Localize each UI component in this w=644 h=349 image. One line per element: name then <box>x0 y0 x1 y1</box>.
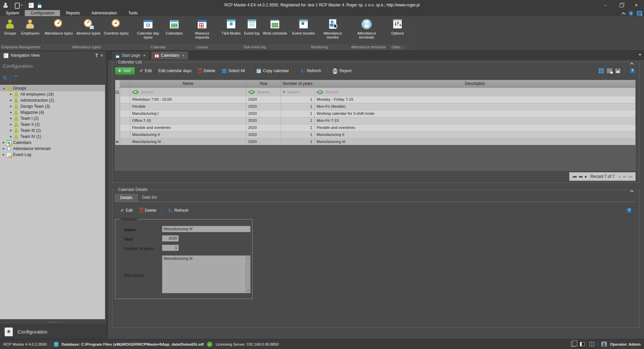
nav-prev-button[interactable]: ◀ <box>584 175 586 178</box>
expand-arrow-icon[interactable]: ▶ <box>9 135 13 138</box>
nav-next-button[interactable]: ▶ <box>619 175 621 178</box>
filter-year-input[interactable]: aBc Search... <box>246 88 281 96</box>
menu-tab-system[interactable]: System <box>0 10 25 16</box>
ribbon-item-absence-requests[interactable]: Absence requests <box>186 17 218 39</box>
help-icon[interactable]: ? <box>627 208 632 213</box>
column-chooser-icon[interactable] <box>599 68 604 73</box>
table-row-office-7-15[interactable]: Office 7-1520201Mon-Fri 7-15 <box>115 117 635 124</box>
description-field[interactable]: Manufacturing III ▲ ▼ <box>162 255 251 293</box>
table-row-flexible-and-overtimes[interactable]: Flexible and overtimes20201Flexible and … <box>115 124 635 131</box>
close-tab-icon[interactable]: ✕ <box>143 54 146 57</box>
table-row-manufacturing-i[interactable]: Manufacturing I20201Working calendar for… <box>115 110 635 117</box>
number-of-years-field[interactable]: 1 <box>162 245 179 251</box>
nav-next-page-button[interactable]: ▶▶ <box>623 175 626 178</box>
ribbon-item-event-monitor[interactable]: Event monitor <box>290 17 317 35</box>
table-row-manufacturing-iii[interactable]: ▶Manufacturing III20201Manufacturing III <box>115 138 635 145</box>
ribbon-item-attendance-types[interactable]: ✓Attendance types <box>43 17 74 35</box>
expand-arrow-icon[interactable]: ▶ <box>9 99 13 102</box>
expand-arrow-icon[interactable]: ▶ <box>9 93 13 96</box>
menu-tab-configuration[interactable]: Configuration <box>25 10 60 16</box>
close-tab-icon[interactable]: ✕ <box>182 54 184 57</box>
add-button[interactable]: + Add <box>115 67 135 75</box>
scroll-up-icon[interactable]: ▲ <box>247 256 250 259</box>
tree-item-groups[interactable]: ◢Groups <box>0 85 105 91</box>
tab-details[interactable]: Details <box>115 194 138 202</box>
select-all-button[interactable]: Select All <box>220 67 247 74</box>
year-field[interactable]: 2020 <box>162 235 179 242</box>
info-icon[interactable]: i <box>629 11 634 16</box>
expand-arrow-icon[interactable]: ▶ <box>2 141 5 144</box>
expand-arrow-icon[interactable]: ▶ <box>9 129 13 132</box>
edit-button[interactable]: ✎ Edit <box>137 67 154 75</box>
tab-list-dropdown-icon[interactable] <box>639 54 641 56</box>
ribbon-item-attendance-monitor[interactable]: Attendance monitor <box>317 17 349 39</box>
copy-calendar-button[interactable]: Copy calendar <box>254 67 291 74</box>
menu-tab-reports[interactable]: Reports <box>60 10 86 16</box>
delete-button[interactable]: Delete <box>196 67 218 74</box>
expand-arrow-icon[interactable]: ▶ <box>9 117 13 120</box>
expand-arrow-icon[interactable]: ▶ <box>2 153 5 156</box>
scroll-down-icon[interactable]: ▼ <box>247 289 250 292</box>
expand-arrow-icon[interactable]: ▶ <box>9 105 13 108</box>
refresh-button[interactable]: ↻ Refresh <box>298 67 323 74</box>
close-button[interactable]: ✕ <box>629 0 644 10</box>
expand-arrow-icon[interactable]: ▶ <box>2 147 5 150</box>
new-window-icon[interactable] <box>637 11 642 15</box>
text-filter-icon[interactable]: aBc <box>132 90 139 94</box>
panel-toggle-icon[interactable] <box>579 341 586 348</box>
collapse-all-icon[interactable] <box>13 76 18 81</box>
name-field[interactable]: Manufacturing III <box>162 226 251 232</box>
nav-prev-page-button[interactable]: ◀◀ <box>579 175 582 178</box>
copy-pages-icon[interactable] <box>571 342 575 347</box>
expand-arrow-icon[interactable]: ▶ <box>9 123 13 126</box>
collapse-panel-button[interactable] <box>630 60 635 66</box>
refresh-button[interactable]: ↻ Refresh <box>166 207 191 214</box>
tab-start-page[interactable]: Start page ✕ <box>111 51 150 59</box>
restore-button[interactable] <box>613 0 629 10</box>
delete-button[interactable]: Delete <box>137 207 159 214</box>
ribbon-item-event-log[interactable]: Event log <box>243 17 261 35</box>
collapse-arrow-icon[interactable]: ◢ <box>2 87 5 90</box>
book-icon[interactable] <box>589 342 594 346</box>
nav-first-button[interactable]: |◀◀ <box>572 175 576 178</box>
pin-icon[interactable] <box>95 53 98 57</box>
close-icon[interactable]: ✕ <box>100 53 103 58</box>
minimize-button[interactable]: – <box>598 0 613 10</box>
column-header-number-of-years[interactable]: Number of years <box>281 80 315 88</box>
tab-calendars[interactable]: 1 Calendars ✕ <box>151 51 189 59</box>
scrollbar[interactable]: ▲ ▼ <box>246 256 250 293</box>
ribbon-item-attendance-terminals[interactable]: Attendance terminals <box>351 17 383 39</box>
collapse-ribbon-icon[interactable] <box>622 11 625 15</box>
tree-item-team-iv-1[interactable]: ▶Team IV (1) <box>0 134 105 140</box>
tree-item-team-i-2[interactable]: ▶Team I (2) <box>0 115 105 121</box>
report-button[interactable]: Report <box>330 67 354 74</box>
tree-item-team-ii-2[interactable]: ▶Team II (2) <box>0 121 105 128</box>
table-row-weekdays-7-00-15-00[interactable]: Weekdays 7:00 - 15:0020201Monday - Frida… <box>115 96 635 103</box>
filter-description-input[interactable]: aBc Search... <box>315 88 635 96</box>
ribbon-item-options[interactable]: Options <box>388 17 407 35</box>
text-filter-icon[interactable]: aBc <box>248 90 255 94</box>
tree-item-design-team-3[interactable]: ▶Design Team (3) <box>0 103 105 109</box>
table-row-manufacturing-ii[interactable]: Manufacturing II20201Manufacturing II <box>115 131 635 138</box>
tree-item-magazine-4[interactable]: ▶Magazine (4) <box>0 109 105 115</box>
collapse-panel-button[interactable] <box>630 188 635 194</box>
nav-last-button[interactable]: ▶▶| <box>629 175 633 178</box>
save-layout-icon[interactable] <box>615 68 620 73</box>
menu-tab-tools[interactable]: Tools <box>122 10 143 16</box>
tab-date-list[interactable]: Date list <box>138 194 161 202</box>
column-header-name[interactable]: Name <box>130 80 246 88</box>
edit-button[interactable]: ✎ Edit <box>118 207 135 214</box>
edit-calendar-days-button[interactable]: Edit calendar days <box>156 67 194 74</box>
ribbon-item-employees[interactable]: Employees <box>19 17 41 35</box>
table-row-flexible[interactable]: Flexible20201Mon-Fri (flexible) <box>115 103 635 110</box>
help-icon[interactable]: ? <box>630 68 635 73</box>
tree-item-all-employees-16[interactable]: ▶All employees (16) <box>0 91 105 97</box>
menu-tab-administration[interactable]: Administration <box>86 10 122 16</box>
ribbon-item-work-schedule[interactable]: Work schedule <box>261 17 289 35</box>
tree-item-event-log[interactable]: ▶Event Log <box>0 152 105 158</box>
ribbon-item-overtime-types[interactable]: Overtime types <box>102 17 130 35</box>
equals-filter-icon[interactable]: = <box>283 90 285 94</box>
text-filter-icon[interactable]: aBc <box>316 90 324 94</box>
tree-item-attendance-terminals[interactable]: ▶Attendance terminals <box>0 146 105 152</box>
sidebar-splitter[interactable]: ...... <box>0 319 106 324</box>
